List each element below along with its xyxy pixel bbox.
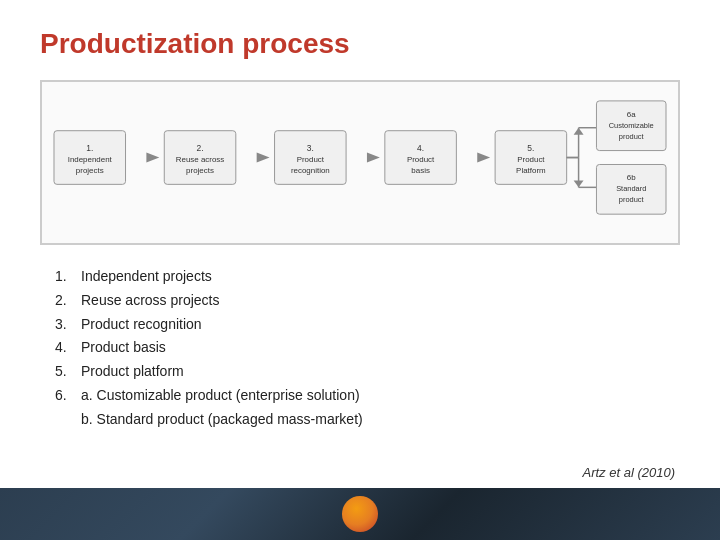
list-text: Reuse across projects [81, 289, 220, 313]
citation: Artz et al (2010) [583, 465, 676, 480]
list-num: 4. [55, 336, 73, 360]
svg-text:4.: 4. [417, 143, 424, 153]
list-item: 4. Product basis [55, 336, 363, 360]
list-num: 3. [55, 313, 73, 337]
diagram-container: 1. Independent projects 2. Reuse across … [40, 80, 680, 245]
list-item: 6. a. Customizable product (enterprise s… [55, 384, 363, 408]
svg-text:6b: 6b [627, 173, 636, 182]
page-title: Productization process [40, 28, 350, 60]
svg-marker-4 [133, 153, 159, 163]
svg-text:6a: 6a [627, 110, 636, 119]
svg-text:recognition: recognition [291, 166, 330, 175]
list-num: 2. [55, 289, 73, 313]
svg-text:basis: basis [411, 166, 430, 175]
list-text: Product platform [81, 360, 184, 384]
svg-marker-26 [574, 128, 584, 135]
svg-text:projects: projects [76, 166, 104, 175]
bottom-bar [0, 488, 720, 540]
svg-text:product: product [619, 195, 645, 204]
svg-text:Reuse across: Reuse across [176, 156, 225, 165]
svg-marker-29 [574, 180, 584, 187]
svg-marker-9 [244, 153, 270, 163]
list-num: 1. [55, 265, 73, 289]
list-text: Product recognition [81, 313, 202, 337]
list-text: Independent projects [81, 265, 212, 289]
list-sub-item: b. Standard product (packaged mass-marke… [55, 408, 363, 432]
svg-text:2.: 2. [197, 143, 204, 153]
svg-marker-14 [354, 153, 380, 163]
bottom-image-strip [0, 488, 720, 540]
svg-text:Platform: Platform [516, 166, 546, 175]
svg-text:Product: Product [407, 156, 435, 165]
process-list: 1. Independent projects 2. Reuse across … [55, 265, 363, 408]
svg-text:1.: 1. [86, 143, 93, 153]
list-item: 5. Product platform [55, 360, 363, 384]
svg-text:3.: 3. [307, 143, 314, 153]
svg-text:Independent: Independent [68, 156, 113, 165]
list-num: 5. [55, 360, 73, 384]
svg-text:Customizable: Customizable [609, 121, 654, 130]
list-item: 1. Independent projects [55, 265, 363, 289]
svg-text:product: product [619, 132, 645, 141]
svg-text:5.: 5. [527, 143, 534, 153]
list-area: 1. Independent projects 2. Reuse across … [55, 265, 363, 432]
svg-text:Standard: Standard [616, 184, 646, 193]
svg-text:Product: Product [297, 156, 325, 165]
svg-marker-19 [464, 153, 490, 163]
slide: Productization process 1. Independent pr… [0, 0, 720, 540]
list-text: Product basis [81, 336, 166, 360]
list-item: 3. Product recognition [55, 313, 363, 337]
list-item: 2. Reuse across projects [55, 289, 363, 313]
list-num: 6. [55, 384, 73, 408]
svg-text:Product: Product [517, 156, 545, 165]
bottom-circle-decoration [342, 496, 378, 532]
list-text: a. Customizable product (enterprise solu… [81, 384, 360, 408]
process-diagram: 1. Independent projects 2. Reuse across … [52, 92, 668, 233]
svg-text:projects: projects [186, 166, 214, 175]
